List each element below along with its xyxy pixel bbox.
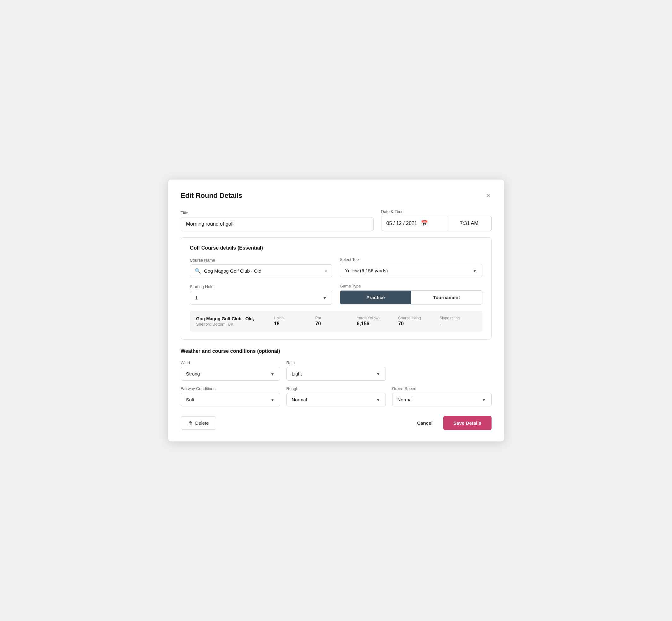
date-value: 05 / 12 / 2021 xyxy=(386,220,417,226)
rating-label: Course rating xyxy=(398,316,421,320)
wind-dropdown[interactable]: Strong ▼ xyxy=(181,367,280,380)
starting-hole-dropdown[interactable]: 1 ▼ xyxy=(190,291,333,304)
chevron-down-icon-2: ▼ xyxy=(323,295,327,300)
title-input[interactable] xyxy=(181,217,374,231)
search-icon: 🔍 xyxy=(195,268,201,274)
chevron-down-icon-6: ▼ xyxy=(376,397,380,402)
par-label: Par xyxy=(315,316,321,320)
rough-label: Rough xyxy=(287,386,386,391)
green-label: Green Speed xyxy=(392,386,492,391)
select-tee-label: Select Tee xyxy=(340,257,482,262)
wind-rain-row: Wind Strong ▼ Rain Light ▼ xyxy=(181,360,492,380)
chevron-down-icon-7: ▼ xyxy=(482,397,486,402)
conditions-section: Weather and course conditions (optional)… xyxy=(181,348,492,406)
practice-button[interactable]: Practice xyxy=(340,291,411,304)
green-value: Normal xyxy=(397,397,413,402)
par-value: 70 xyxy=(315,321,321,327)
slope-label: Slope rating xyxy=(439,316,460,320)
date-field[interactable]: 05 / 12 / 2021 📅 xyxy=(381,216,447,231)
course-info-name: Gog Magog Golf Club - Old, Shelford Bott… xyxy=(196,316,269,327)
holes-value: 18 xyxy=(274,321,280,327)
course-search-field[interactable]: 🔍 × xyxy=(190,264,333,277)
course-info-bar: Gog Magog Golf Club - Old, Shelford Bott… xyxy=(190,311,482,332)
select-tee-group: Select Tee Yellow (6,156 yards) ▼ xyxy=(340,257,482,277)
rating-stat: Course rating 70 xyxy=(393,316,434,327)
game-type-group: Game Type Practice Tournament xyxy=(340,284,482,304)
rain-value: Light xyxy=(292,371,302,376)
yards-stat: Yards(Yellow) 6,156 xyxy=(352,316,393,327)
time-value: 7:31 AM xyxy=(460,220,478,226)
fairway-label: Fairway Conditions xyxy=(181,386,280,391)
select-tee-value: Yellow (6,156 yards) xyxy=(345,268,388,273)
holes-stat: Holes 18 xyxy=(269,316,310,327)
title-field-group: Title xyxy=(181,210,374,231)
yards-label: Yards(Yellow) xyxy=(357,316,380,320)
par-stat: Par 70 xyxy=(310,316,351,327)
rough-dropdown[interactable]: Normal ▼ xyxy=(287,393,386,406)
chevron-down-icon-3: ▼ xyxy=(270,371,275,376)
course-name-label: Course Name xyxy=(190,258,333,262)
title-label: Title xyxy=(181,210,374,215)
delete-button[interactable]: 🗑 Delete xyxy=(181,416,216,430)
datetime-field-group: Date & Time 05 / 12 / 2021 📅 7:31 AM xyxy=(381,209,492,231)
green-speed-group: Green Speed Normal ▼ xyxy=(392,386,492,406)
starting-hole-value: 1 xyxy=(195,295,198,300)
course-name-group: Course Name 🔍 × xyxy=(190,258,333,277)
rough-value: Normal xyxy=(292,397,307,402)
slope-value: - xyxy=(439,321,441,327)
modal-header: Edit Round Details × xyxy=(181,191,492,200)
rough-group: Rough Normal ▼ xyxy=(287,386,386,406)
conditions-title: Weather and course conditions (optional) xyxy=(181,348,492,354)
rain-label: Rain xyxy=(287,360,386,365)
game-type-label: Game Type xyxy=(340,284,482,288)
fairway-dropdown[interactable]: Soft ▼ xyxy=(181,393,280,406)
select-tee-dropdown[interactable]: Yellow (6,156 yards) ▼ xyxy=(340,264,482,277)
chevron-down-icon: ▼ xyxy=(473,268,477,273)
date-time-container: 05 / 12 / 2021 📅 7:31 AM xyxy=(381,216,492,231)
footer-right: Cancel Save Details xyxy=(414,416,492,430)
fairway-rough-green-row: Fairway Conditions Soft ▼ Rough Normal ▼… xyxy=(181,386,492,406)
rain-dropdown[interactable]: Light ▼ xyxy=(287,367,386,380)
chevron-down-icon-5: ▼ xyxy=(270,397,275,402)
course-name-display: Gog Magog Golf Club - Old, xyxy=(196,316,269,321)
trash-icon: 🗑 xyxy=(188,420,193,426)
course-name-input[interactable] xyxy=(204,268,325,274)
chevron-down-icon-4: ▼ xyxy=(376,371,380,376)
fairway-value: Soft xyxy=(186,397,195,402)
tournament-button[interactable]: Tournament xyxy=(411,291,482,304)
starting-hole-label: Starting Hole xyxy=(190,284,333,289)
datetime-label: Date & Time xyxy=(381,209,492,214)
golf-course-title: Golf Course details (Essential) xyxy=(190,245,482,251)
calendar-icon: 📅 xyxy=(421,220,428,227)
yards-value: 6,156 xyxy=(357,321,370,327)
rating-value: 70 xyxy=(398,321,404,327)
wind-group: Wind Strong ▼ xyxy=(181,360,280,380)
course-location: Shelford Bottom, UK xyxy=(196,322,269,327)
delete-label: Delete xyxy=(195,420,209,426)
save-button[interactable]: Save Details xyxy=(443,416,491,430)
green-speed-dropdown[interactable]: Normal ▼ xyxy=(392,393,492,406)
close-button[interactable]: × xyxy=(485,191,492,200)
clear-course-icon[interactable]: × xyxy=(325,268,328,274)
slope-stat: Slope rating - xyxy=(434,316,476,327)
fairway-group: Fairway Conditions Soft ▼ xyxy=(181,386,280,406)
starting-hole-group: Starting Hole 1 ▼ xyxy=(190,284,333,304)
holes-label: Holes xyxy=(274,316,284,320)
wind-value: Strong xyxy=(186,371,200,376)
footer-row: 🗑 Delete Cancel Save Details xyxy=(181,416,492,430)
cancel-button[interactable]: Cancel xyxy=(414,417,436,429)
game-type-toggle: Practice Tournament xyxy=(340,290,482,304)
hole-gametype-row: Starting Hole 1 ▼ Game Type Practice Tou… xyxy=(190,284,482,304)
golf-course-section: Golf Course details (Essential) Course N… xyxy=(181,237,492,339)
time-field[interactable]: 7:31 AM xyxy=(447,216,492,231)
edit-round-modal: Edit Round Details × Title Date & Time 0… xyxy=(168,179,504,442)
modal-title: Edit Round Details xyxy=(181,192,243,200)
wind-label: Wind xyxy=(181,360,280,365)
title-datetime-row: Title Date & Time 05 / 12 / 2021 📅 7:31 … xyxy=(181,209,492,231)
rain-group: Rain Light ▼ xyxy=(287,360,386,380)
course-tee-row: Course Name 🔍 × Select Tee Yellow (6,156… xyxy=(190,257,482,277)
